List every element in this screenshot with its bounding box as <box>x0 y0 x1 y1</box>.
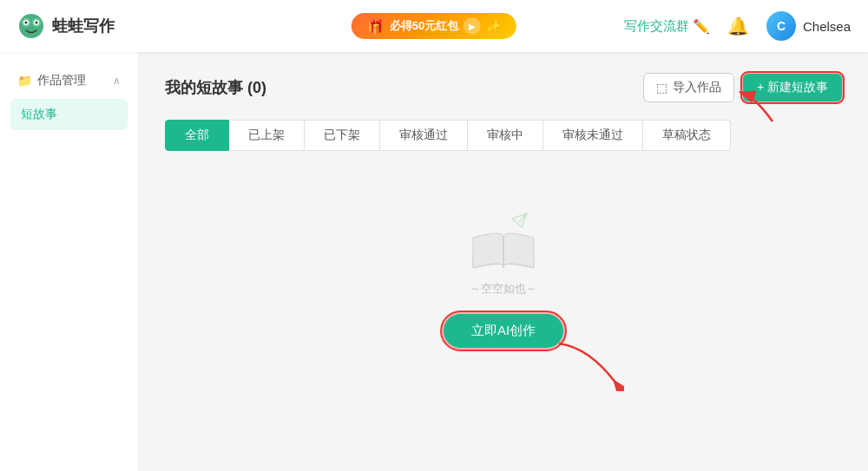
frog-logo-icon <box>17 12 45 40</box>
page-title: 我的短故事 (0) <box>165 77 266 98</box>
username-text: Chelsea <box>803 19 851 34</box>
header-actions: ⬚ 导入作品 + 新建短故事 <box>643 73 842 102</box>
svg-point-5 <box>25 22 28 24</box>
svg-point-6 <box>36 22 38 24</box>
sidebar-item-stories-label: 短故事 <box>21 107 57 121</box>
folder-icon: 📁 <box>17 74 32 88</box>
empty-state: ～空空如也～ 立即AI创作 <box>165 177 842 365</box>
community-link[interactable]: 写作交流群 ✏️ <box>624 18 710 35</box>
page-header: 我的短故事 (0) ⬚ 导入作品 + 新建短故事 <box>165 73 842 102</box>
tab-all[interactable]: 全部 <box>165 120 229 151</box>
tab-draft[interactable]: 草稿状态 <box>643 120 731 151</box>
header-center-promo: 🎁 必得50元红包 ▶ ✨ <box>352 13 516 39</box>
tabs-bar: 全部 已上架 已下架 审核通过 审核中 审核未通过 草稿状态 <box>165 120 842 151</box>
ai-create-button[interactable]: 立即AI创作 <box>444 314 563 348</box>
import-icon: ⬚ <box>656 81 667 95</box>
avatar: C <box>766 11 796 41</box>
logo-text: 蛙蛙写作 <box>52 16 115 36</box>
sidebar-section-works: 📁 作品管理 ∧ 短故事 <box>0 66 138 130</box>
tab-reviewing[interactable]: 审核中 <box>468 120 543 151</box>
header: 蛙蛙写作 🎁 必得50元红包 ▶ ✨ 写作交流群 ✏️ 🔔 C Chelsea <box>0 0 868 52</box>
tab-approved[interactable]: 审核通过 <box>380 120 468 151</box>
pencil-icon: ✏️ <box>693 18 710 35</box>
header-right: 写作交流群 ✏️ 🔔 C Chelsea <box>624 11 851 41</box>
tab-rejected[interactable]: 审核未通过 <box>543 120 643 151</box>
play-icon[interactable]: ▶ <box>464 17 481 35</box>
empty-book-icon <box>464 212 542 272</box>
new-story-button[interactable]: + 新建短故事 <box>743 74 842 101</box>
avatar-area[interactable]: C Chelsea <box>766 11 851 41</box>
new-story-label: + 新建短故事 <box>757 80 828 94</box>
promo-text: 必得50元红包 <box>390 18 458 34</box>
community-label: 写作交流群 <box>624 18 689 35</box>
sidebar-section-header[interactable]: 📁 作品管理 ∧ <box>10 66 128 95</box>
tab-off-shelf[interactable]: 已下架 <box>305 120 380 151</box>
sidebar-section-label: 作品管理 <box>37 73 86 88</box>
sidebar-item-stories[interactable]: 短故事 <box>10 99 128 130</box>
promo-banner[interactable]: 🎁 必得50元红包 ▶ ✨ <box>352 13 516 39</box>
empty-text: ～空空如也～ <box>470 281 537 297</box>
body-layout: 📁 作品管理 ∧ 短故事 我的短故事 (0) ⬚ 导入作品 + 新建短故事 <box>0 52 868 471</box>
bell-icon[interactable]: 🔔 <box>727 16 749 36</box>
tab-on-shelf[interactable]: 已上架 <box>229 120 305 151</box>
arrow-to-ai-button <box>555 339 624 391</box>
sidebar: 📁 作品管理 ∧ 短故事 <box>0 52 139 471</box>
import-button[interactable]: ⬚ 导入作品 <box>643 73 734 102</box>
logo-area: 蛙蛙写作 <box>17 12 115 40</box>
svg-point-0 <box>19 14 43 38</box>
ai-create-label: 立即AI创作 <box>471 323 536 337</box>
chevron-up-icon: ∧ <box>113 75 121 87</box>
import-label: 导入作品 <box>673 80 721 95</box>
main-content: 我的短故事 (0) ⬚ 导入作品 + 新建短故事 全部 <box>139 52 868 471</box>
